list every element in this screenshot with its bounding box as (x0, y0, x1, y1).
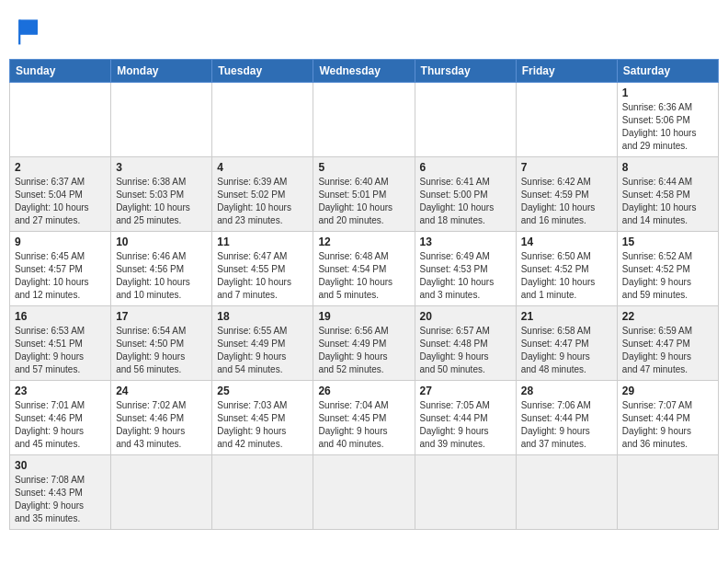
day-info: Sunrise: 6:45 AM Sunset: 4:57 PM Dayligh… (15, 250, 106, 302)
day-info: Sunrise: 6:57 AM Sunset: 4:48 PM Dayligh… (420, 325, 511, 376)
calendar-row-0: 1Sunrise: 6:36 AM Sunset: 5:06 PM Daylig… (10, 83, 719, 157)
day-number: 20 (420, 310, 511, 323)
day-number: 21 (521, 310, 612, 323)
day-info: Sunrise: 6:50 AM Sunset: 4:52 PM Dayligh… (521, 250, 612, 302)
calendar-cell: 11Sunrise: 6:47 AM Sunset: 4:55 PM Dayli… (212, 232, 313, 306)
day-number: 24 (116, 385, 207, 397)
day-number: 28 (521, 385, 612, 397)
calendar-cell (415, 83, 516, 157)
calendar-cell (617, 455, 718, 530)
logo-icon (13, 15, 46, 48)
day-number: 13 (420, 236, 511, 248)
calendar-row-1: 2Sunrise: 6:37 AM Sunset: 5:04 PM Daylig… (10, 157, 719, 232)
calendar-cell: 5Sunrise: 6:40 AM Sunset: 5:01 PM Daylig… (313, 157, 415, 232)
day-number: 16 (15, 310, 106, 323)
calendar-cell: 26Sunrise: 7:04 AM Sunset: 4:45 PM Dayli… (313, 381, 415, 455)
day-info: Sunrise: 6:58 AM Sunset: 4:47 PM Dayligh… (521, 325, 612, 376)
calendar-cell: 28Sunrise: 7:06 AM Sunset: 4:44 PM Dayli… (516, 381, 617, 455)
logo (13, 15, 51, 48)
day-number: 2 (15, 161, 106, 174)
calendar-cell (111, 83, 212, 157)
day-info: Sunrise: 6:38 AM Sunset: 5:03 PM Dayligh… (116, 176, 207, 227)
weekday-header-tuesday: Tuesday (212, 60, 313, 83)
weekday-header-friday: Friday (516, 60, 617, 83)
calendar-cell (111, 455, 212, 530)
day-number: 19 (318, 310, 409, 323)
calendar-cell: 19Sunrise: 6:56 AM Sunset: 4:49 PM Dayli… (313, 306, 415, 381)
day-info: Sunrise: 7:04 AM Sunset: 4:45 PM Dayligh… (318, 399, 409, 451)
day-info: Sunrise: 6:37 AM Sunset: 5:04 PM Dayligh… (15, 176, 106, 227)
calendar-cell (516, 83, 617, 157)
day-info: Sunrise: 6:54 AM Sunset: 4:50 PM Dayligh… (116, 325, 207, 376)
calendar-cell: 2Sunrise: 6:37 AM Sunset: 5:04 PM Daylig… (10, 157, 111, 232)
day-number: 10 (116, 236, 207, 248)
day-number: 29 (622, 385, 713, 397)
calendar-row-3: 16Sunrise: 6:53 AM Sunset: 4:51 PM Dayli… (10, 306, 719, 381)
day-info: Sunrise: 7:05 AM Sunset: 4:44 PM Dayligh… (420, 399, 511, 451)
day-info: Sunrise: 6:40 AM Sunset: 5:01 PM Dayligh… (318, 176, 409, 227)
day-info: Sunrise: 6:36 AM Sunset: 5:06 PM Dayligh… (622, 101, 713, 153)
calendar-cell: 13Sunrise: 6:49 AM Sunset: 4:53 PM Dayli… (415, 232, 516, 306)
weekday-header-wednesday: Wednesday (313, 60, 415, 83)
calendar-cell: 22Sunrise: 6:59 AM Sunset: 4:47 PM Dayli… (617, 306, 718, 381)
day-info: Sunrise: 6:39 AM Sunset: 5:02 PM Dayligh… (217, 176, 308, 227)
calendar-cell: 8Sunrise: 6:44 AM Sunset: 4:58 PM Daylig… (617, 157, 718, 232)
calendar-cell (212, 83, 313, 157)
day-number: 14 (521, 236, 612, 248)
day-info: Sunrise: 6:42 AM Sunset: 4:59 PM Dayligh… (521, 176, 612, 227)
weekday-header-thursday: Thursday (415, 60, 516, 83)
calendar: SundayMondayTuesdayWednesdayThursdayFrid… (9, 59, 719, 530)
calendar-cell: 10Sunrise: 6:46 AM Sunset: 4:56 PM Dayli… (111, 232, 212, 306)
day-info: Sunrise: 6:59 AM Sunset: 4:47 PM Dayligh… (622, 325, 713, 376)
calendar-cell (313, 455, 415, 530)
calendar-cell: 18Sunrise: 6:55 AM Sunset: 4:49 PM Dayli… (212, 306, 313, 381)
calendar-cell: 3Sunrise: 6:38 AM Sunset: 5:03 PM Daylig… (111, 157, 212, 232)
day-number: 5 (318, 161, 409, 174)
day-info: Sunrise: 6:52 AM Sunset: 4:52 PM Dayligh… (622, 250, 713, 302)
calendar-cell: 17Sunrise: 6:54 AM Sunset: 4:50 PM Dayli… (111, 306, 212, 381)
day-number: 23 (15, 385, 106, 397)
weekday-header-saturday: Saturday (617, 60, 718, 83)
day-number: 7 (521, 161, 612, 174)
day-info: Sunrise: 6:44 AM Sunset: 4:58 PM Dayligh… (622, 176, 713, 227)
day-info: Sunrise: 6:41 AM Sunset: 5:00 PM Dayligh… (420, 176, 511, 227)
calendar-cell: 14Sunrise: 6:50 AM Sunset: 4:52 PM Dayli… (516, 232, 617, 306)
page: SundayMondayTuesdayWednesdayThursdayFrid… (0, 0, 728, 539)
day-number: 30 (15, 459, 106, 472)
calendar-cell: 16Sunrise: 6:53 AM Sunset: 4:51 PM Dayli… (10, 306, 111, 381)
calendar-row-4: 23Sunrise: 7:01 AM Sunset: 4:46 PM Dayli… (10, 381, 719, 455)
day-number: 12 (318, 236, 409, 248)
calendar-cell: 25Sunrise: 7:03 AM Sunset: 4:45 PM Dayli… (212, 381, 313, 455)
day-info: Sunrise: 7:07 AM Sunset: 4:44 PM Dayligh… (622, 399, 713, 451)
calendar-row-2: 9Sunrise: 6:45 AM Sunset: 4:57 PM Daylig… (10, 232, 719, 306)
calendar-row-5: 30Sunrise: 7:08 AM Sunset: 4:43 PM Dayli… (10, 455, 719, 530)
calendar-cell: 27Sunrise: 7:05 AM Sunset: 4:44 PM Dayli… (415, 381, 516, 455)
calendar-cell (212, 455, 313, 530)
calendar-cell: 7Sunrise: 6:42 AM Sunset: 4:59 PM Daylig… (516, 157, 617, 232)
calendar-cell (313, 83, 415, 157)
calendar-cell: 29Sunrise: 7:07 AM Sunset: 4:44 PM Dayli… (617, 381, 718, 455)
day-number: 4 (217, 161, 308, 174)
day-info: Sunrise: 7:01 AM Sunset: 4:46 PM Dayligh… (15, 399, 106, 451)
header (9, 9, 719, 53)
day-number: 3 (116, 161, 207, 174)
calendar-cell: 24Sunrise: 7:02 AM Sunset: 4:46 PM Dayli… (111, 381, 212, 455)
day-number: 8 (622, 161, 713, 174)
day-number: 15 (622, 236, 713, 248)
calendar-cell (516, 455, 617, 530)
day-number: 1 (622, 86, 713, 99)
calendar-cell (10, 83, 111, 157)
calendar-cell: 9Sunrise: 6:45 AM Sunset: 4:57 PM Daylig… (10, 232, 111, 306)
day-number: 27 (420, 385, 511, 397)
calendar-cell: 6Sunrise: 6:41 AM Sunset: 5:00 PM Daylig… (415, 157, 516, 232)
calendar-cell: 20Sunrise: 6:57 AM Sunset: 4:48 PM Dayli… (415, 306, 516, 381)
day-number: 6 (420, 161, 511, 174)
day-number: 17 (116, 310, 207, 323)
day-info: Sunrise: 7:06 AM Sunset: 4:44 PM Dayligh… (521, 399, 612, 451)
day-number: 11 (217, 236, 308, 248)
calendar-cell: 4Sunrise: 6:39 AM Sunset: 5:02 PM Daylig… (212, 157, 313, 232)
day-number: 22 (622, 310, 713, 323)
calendar-cell: 15Sunrise: 6:52 AM Sunset: 4:52 PM Dayli… (617, 232, 718, 306)
day-info: Sunrise: 7:08 AM Sunset: 4:43 PM Dayligh… (15, 474, 106, 525)
day-info: Sunrise: 6:53 AM Sunset: 4:51 PM Dayligh… (15, 325, 106, 376)
